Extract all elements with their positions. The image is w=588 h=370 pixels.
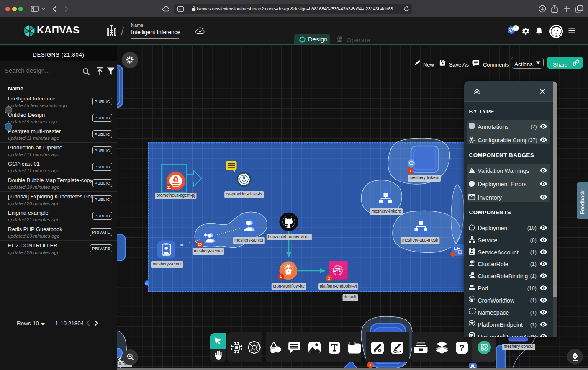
svg-text:?: ? xyxy=(459,343,465,352)
svg-text:1: 1 xyxy=(409,169,411,173)
svg-text:1: 1 xyxy=(515,26,517,30)
svg-text:20: 20 xyxy=(198,242,202,247)
svg-text:1: 1 xyxy=(370,363,372,367)
svg-text:21: 21 xyxy=(167,185,171,190)
svg-text:1: 1 xyxy=(280,275,282,279)
svg-text:2: 2 xyxy=(328,276,330,280)
